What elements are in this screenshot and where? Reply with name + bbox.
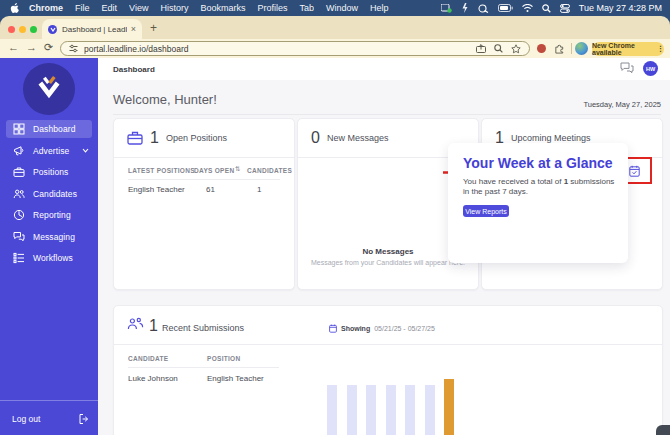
sidebar-item-messaging[interactable]: Messaging — [0, 227, 98, 247]
window-minimize-button[interactable] — [19, 26, 26, 33]
tab-title: Dashboard | Leadline — [62, 25, 127, 34]
sidebar-item-reporting[interactable]: Reporting — [0, 205, 98, 225]
sort-icon[interactable]: ⇅ — [235, 165, 240, 173]
view-reports-button[interactable]: View Reports — [463, 205, 509, 217]
user-avatar[interactable]: HW — [643, 61, 658, 76]
column-header[interactable]: CANDIDATE — [128, 355, 169, 362]
site-settings-icon[interactable] — [69, 44, 78, 53]
bookmark-star-icon[interactable] — [511, 44, 521, 54]
extensions-puzzle-icon[interactable] — [554, 43, 565, 54]
chrome-toolbar: ← → ⟳ portal.leadline.io/dashboard New C… — [0, 39, 670, 58]
column-header[interactable]: DAYS OPEN — [194, 167, 234, 174]
page-title: Dashboard — [113, 65, 155, 74]
column-header[interactable]: LATEST POSITIONS — [128, 167, 195, 174]
glance-bar-chart — [327, 377, 454, 435]
toolbar-separator — [571, 43, 572, 54]
table-cell-position: English Teacher — [207, 374, 264, 383]
status-app-icon-1[interactable] — [441, 4, 452, 13]
browser-tab[interactable]: Dashboard | Leadline × — [42, 19, 142, 39]
menubar-item-bookmarks[interactable]: Bookmarks — [200, 3, 245, 13]
glance-bar — [405, 385, 415, 435]
chrome-update-button[interactable]: New Chrome available ⋮ — [592, 42, 664, 56]
glance-title: Your Week at a Glance — [463, 155, 613, 171]
chrome-tabstrip: Dashboard | Leadline × + — [0, 16, 670, 39]
address-bar[interactable]: portal.leadline.io/dashboard — [60, 41, 530, 56]
reload-button[interactable]: ⟳ — [44, 41, 53, 54]
calendar-icon — [329, 324, 337, 333]
sidebar-item-advertise[interactable]: Advertise — [0, 141, 98, 161]
menubar-item-window[interactable]: Window — [326, 3, 358, 13]
menubar-item-file[interactable]: File — [75, 3, 90, 13]
glance-body: You have received a total of 1 submissio… — [463, 177, 615, 198]
logout-button[interactable]: Log out — [0, 410, 98, 430]
tab-close-icon[interactable]: × — [131, 24, 136, 34]
sidebar-item-label: Positions — [33, 167, 68, 177]
dashboard-content: Welcome, Hunter! Tuesday, May 27, 2025 1… — [98, 80, 670, 435]
sidebar-item-positions[interactable]: Positions — [0, 162, 98, 182]
glance-bar — [327, 385, 337, 435]
url-text[interactable]: portal.leadline.io/dashboard — [84, 44, 468, 54]
messages-bubble-icon[interactable] — [620, 62, 634, 74]
upcoming-meetings-title: Upcoming Meetings — [511, 133, 591, 143]
sidebar-item-label: Messaging — [33, 232, 75, 242]
megaphone-icon — [13, 145, 25, 157]
menubar-item-tab[interactable]: Tab — [299, 3, 314, 13]
column-header[interactable]: POSITION — [207, 355, 240, 362]
menubar-item-view[interactable]: View — [129, 3, 148, 13]
reporting-chart-icon — [13, 209, 25, 221]
glance-bar — [425, 385, 435, 435]
menubar-clock[interactable]: Tue May 27 4:28 PM — [579, 3, 662, 13]
people-icon — [13, 188, 25, 200]
sidebar-item-label: Reporting — [33, 210, 71, 220]
date-range-filter[interactable]: Showing 05/21/25 - 05/27/25 — [329, 324, 435, 333]
control-center-icon[interactable] — [560, 4, 570, 13]
menubar-item-help[interactable]: Help — [370, 3, 389, 13]
sidebar-item-label: Advertise — [33, 146, 69, 156]
battery-icon[interactable] — [498, 4, 513, 12]
spotlight-search-icon[interactable] — [542, 4, 551, 13]
extension-record-icon[interactable] — [537, 44, 546, 53]
back-button[interactable]: ← — [8, 41, 19, 53]
divider — [128, 179, 280, 180]
wifi-icon[interactable] — [522, 4, 533, 12]
table-cell-candidates: 1 — [257, 185, 261, 194]
share-icon[interactable] — [476, 44, 486, 53]
status-app-icon-2[interactable] — [461, 3, 469, 13]
window-close-button[interactable] — [8, 26, 15, 33]
window-zoom-button[interactable] — [30, 26, 37, 33]
workflows-list-icon — [13, 252, 25, 264]
menubar-item-profiles[interactable]: Profiles — [257, 3, 287, 13]
recent-submissions-title: Recent Submissions — [162, 323, 244, 333]
new-tab-button[interactable]: + — [150, 22, 157, 34]
menubar-item-edit[interactable]: Edit — [102, 3, 118, 13]
forward-button[interactable]: → — [26, 41, 37, 53]
chat-widget-bubble[interactable] — [656, 425, 670, 435]
recent-submissions-count: 1 — [149, 317, 158, 335]
browser-menu-icon[interactable]: ⋮ — [657, 45, 664, 53]
table-cell-candidate: Luke Johnson — [128, 374, 178, 383]
sidebar-divider — [0, 400, 98, 401]
new-messages-count: 0 — [311, 129, 320, 147]
chevron-down-icon — [82, 148, 89, 153]
table-cell-days-open: 61 — [206, 185, 215, 194]
sidebar-item-label: Candidates — [33, 189, 77, 199]
macos-menubar: Chrome File Edit View History Bookmarks … — [0, 0, 670, 16]
dashboard-grid-icon — [13, 123, 25, 135]
calendar-icon[interactable] — [629, 165, 640, 177]
glance-bar — [386, 385, 396, 435]
sidebar-item-workflows[interactable]: Workflows — [0, 248, 98, 268]
people-group-icon — [127, 317, 144, 331]
divider — [128, 367, 279, 368]
leadline-logo[interactable] — [23, 63, 75, 115]
browser-profile-avatar[interactable] — [575, 42, 588, 55]
sidebar-item-candidates[interactable]: Candidates — [0, 184, 98, 204]
menubar-item-history[interactable]: History — [160, 3, 188, 13]
table-cell-position: English Teacher — [128, 185, 185, 194]
sidebar-item-dashboard[interactable]: Dashboard — [0, 119, 98, 139]
menubar-item-chrome[interactable]: Chrome — [29, 3, 63, 13]
status-app-icon-3[interactable] — [478, 4, 489, 13]
logout-label: Log out — [12, 414, 40, 424]
lens-search-icon[interactable] — [494, 44, 503, 53]
apple-menu-icon[interactable] — [10, 3, 19, 14]
column-header[interactable]: CANDIDATES — [247, 167, 292, 174]
